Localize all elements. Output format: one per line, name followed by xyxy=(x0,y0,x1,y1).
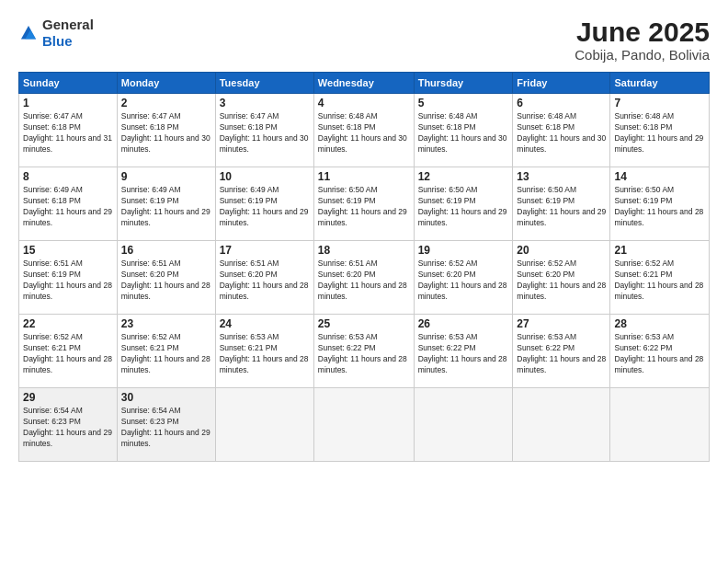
day-info: Sunrise: 6:48 AM Sunset: 6:18 PM Dayligh… xyxy=(614,111,705,155)
table-row: 2 Sunrise: 6:47 AM Sunset: 6:18 PM Dayli… xyxy=(117,94,215,167)
day-info: Sunrise: 6:50 AM Sunset: 6:19 PM Dayligh… xyxy=(318,185,410,229)
day-number: 12 xyxy=(418,170,509,183)
table-row: 4 Sunrise: 6:48 AM Sunset: 6:18 PM Dayli… xyxy=(313,94,414,167)
day-info: Sunrise: 6:50 AM Sunset: 6:19 PM Dayligh… xyxy=(418,185,509,229)
day-info: Sunrise: 6:48 AM Sunset: 6:18 PM Dayligh… xyxy=(418,111,509,155)
logo-icon xyxy=(18,23,39,43)
table-row: 9 Sunrise: 6:49 AM Sunset: 6:19 PM Dayli… xyxy=(117,167,215,241)
table-row: 28 Sunrise: 6:53 AM Sunset: 6:22 PM Dayl… xyxy=(610,315,710,388)
table-row: 7 Sunrise: 6:48 AM Sunset: 6:18 PM Dayli… xyxy=(610,94,710,167)
day-info: Sunrise: 6:49 AM Sunset: 6:19 PM Dayligh… xyxy=(121,185,211,229)
table-row xyxy=(215,388,313,462)
day-info: Sunrise: 6:54 AM Sunset: 6:23 PM Dayligh… xyxy=(121,406,211,450)
logo-general: General xyxy=(42,17,94,32)
table-row: 11 Sunrise: 6:50 AM Sunset: 6:19 PM Dayl… xyxy=(313,167,414,241)
table-row: 21 Sunrise: 6:52 AM Sunset: 6:21 PM Dayl… xyxy=(610,241,710,315)
day-info: Sunrise: 6:53 AM Sunset: 6:22 PM Dayligh… xyxy=(517,332,606,376)
table-row: 3 Sunrise: 6:47 AM Sunset: 6:18 PM Dayli… xyxy=(215,94,313,167)
day-number: 29 xyxy=(23,391,113,404)
day-number: 11 xyxy=(318,170,410,183)
table-row: 15 Sunrise: 6:51 AM Sunset: 6:19 PM Dayl… xyxy=(19,241,118,315)
page-title: June 2025 xyxy=(574,17,710,47)
calendar-table: Sunday Monday Tuesday Wednesday Thursday… xyxy=(18,72,710,462)
table-row: 25 Sunrise: 6:53 AM Sunset: 6:22 PM Dayl… xyxy=(313,315,414,388)
table-row: 6 Sunrise: 6:48 AM Sunset: 6:18 PM Dayli… xyxy=(513,94,610,167)
table-row: 27 Sunrise: 6:53 AM Sunset: 6:22 PM Dayl… xyxy=(513,315,610,388)
table-row: 20 Sunrise: 6:52 AM Sunset: 6:20 PM Dayl… xyxy=(513,241,610,315)
table-row xyxy=(610,388,710,462)
logo-blue: Blue xyxy=(42,33,73,49)
calendar-week-row: 8 Sunrise: 6:49 AM Sunset: 6:18 PM Dayli… xyxy=(19,167,710,241)
day-number: 23 xyxy=(121,317,211,330)
table-row: 12 Sunrise: 6:50 AM Sunset: 6:19 PM Dayl… xyxy=(414,167,513,241)
day-info: Sunrise: 6:51 AM Sunset: 6:20 PM Dayligh… xyxy=(121,259,211,303)
day-info: Sunrise: 6:47 AM Sunset: 6:18 PM Dayligh… xyxy=(121,111,211,155)
day-info: Sunrise: 6:50 AM Sunset: 6:19 PM Dayligh… xyxy=(517,185,606,229)
table-row: 23 Sunrise: 6:52 AM Sunset: 6:21 PM Dayl… xyxy=(117,315,215,388)
table-row xyxy=(513,388,610,462)
day-info: Sunrise: 6:48 AM Sunset: 6:18 PM Dayligh… xyxy=(318,111,410,155)
page-header: General Blue June 2025 Cobija, Pando, Bo… xyxy=(18,17,710,63)
logo: General Blue xyxy=(18,17,94,49)
table-row: 5 Sunrise: 6:48 AM Sunset: 6:18 PM Dayli… xyxy=(414,94,513,167)
day-number: 10 xyxy=(220,170,310,183)
day-number: 15 xyxy=(23,244,113,257)
day-info: Sunrise: 6:49 AM Sunset: 6:19 PM Dayligh… xyxy=(220,185,310,229)
day-number: 25 xyxy=(318,317,410,330)
day-info: Sunrise: 6:49 AM Sunset: 6:18 PM Dayligh… xyxy=(23,185,113,229)
table-row: 13 Sunrise: 6:50 AM Sunset: 6:19 PM Dayl… xyxy=(513,167,610,241)
day-number: 6 xyxy=(517,97,606,109)
title-block: June 2025 Cobija, Pando, Bolivia xyxy=(574,17,710,63)
table-row: 22 Sunrise: 6:52 AM Sunset: 6:21 PM Dayl… xyxy=(19,315,118,388)
day-info: Sunrise: 6:50 AM Sunset: 6:19 PM Dayligh… xyxy=(614,185,705,229)
col-thursday: Thursday xyxy=(414,73,513,94)
day-info: Sunrise: 6:47 AM Sunset: 6:18 PM Dayligh… xyxy=(220,111,310,155)
day-number: 7 xyxy=(614,97,705,109)
day-number: 20 xyxy=(517,244,606,257)
table-row: 18 Sunrise: 6:51 AM Sunset: 6:20 PM Dayl… xyxy=(313,241,414,315)
day-number: 14 xyxy=(614,170,705,183)
day-info: Sunrise: 6:53 AM Sunset: 6:21 PM Dayligh… xyxy=(220,332,310,376)
day-number: 21 xyxy=(614,244,705,257)
col-wednesday: Wednesday xyxy=(313,73,414,94)
day-info: Sunrise: 6:52 AM Sunset: 6:21 PM Dayligh… xyxy=(121,332,211,376)
day-number: 1 xyxy=(23,97,113,109)
day-info: Sunrise: 6:53 AM Sunset: 6:22 PM Dayligh… xyxy=(614,332,705,376)
day-info: Sunrise: 6:51 AM Sunset: 6:19 PM Dayligh… xyxy=(23,259,113,303)
calendar-week-row: 29 Sunrise: 6:54 AM Sunset: 6:23 PM Dayl… xyxy=(19,388,710,462)
day-number: 22 xyxy=(23,317,113,330)
day-number: 26 xyxy=(418,317,509,330)
logo-text: General Blue xyxy=(42,17,94,49)
day-number: 19 xyxy=(418,244,509,257)
table-row: 14 Sunrise: 6:50 AM Sunset: 6:19 PM Dayl… xyxy=(610,167,710,241)
col-sunday: Sunday xyxy=(19,73,118,94)
day-info: Sunrise: 6:54 AM Sunset: 6:23 PM Dayligh… xyxy=(23,406,113,450)
day-number: 2 xyxy=(121,97,211,109)
col-friday: Friday xyxy=(513,73,610,94)
day-info: Sunrise: 6:52 AM Sunset: 6:21 PM Dayligh… xyxy=(23,332,113,376)
calendar-week-row: 15 Sunrise: 6:51 AM Sunset: 6:19 PM Dayl… xyxy=(19,241,710,315)
day-info: Sunrise: 6:53 AM Sunset: 6:22 PM Dayligh… xyxy=(318,332,410,376)
day-info: Sunrise: 6:52 AM Sunset: 6:20 PM Dayligh… xyxy=(517,259,606,303)
table-row: 19 Sunrise: 6:52 AM Sunset: 6:20 PM Dayl… xyxy=(414,241,513,315)
day-info: Sunrise: 6:51 AM Sunset: 6:20 PM Dayligh… xyxy=(220,259,310,303)
table-row: 16 Sunrise: 6:51 AM Sunset: 6:20 PM Dayl… xyxy=(117,241,215,315)
day-number: 24 xyxy=(220,317,310,330)
day-number: 16 xyxy=(121,244,211,257)
col-monday: Monday xyxy=(117,73,215,94)
day-info: Sunrise: 6:52 AM Sunset: 6:20 PM Dayligh… xyxy=(418,259,509,303)
table-row: 26 Sunrise: 6:53 AM Sunset: 6:22 PM Dayl… xyxy=(414,315,513,388)
day-number: 13 xyxy=(517,170,606,183)
table-row: 29 Sunrise: 6:54 AM Sunset: 6:23 PM Dayl… xyxy=(19,388,118,462)
col-saturday: Saturday xyxy=(610,73,710,94)
day-number: 30 xyxy=(121,391,211,404)
day-number: 3 xyxy=(220,97,310,109)
page-subtitle: Cobija, Pando, Bolivia xyxy=(574,47,710,63)
col-tuesday: Tuesday xyxy=(215,73,313,94)
day-number: 17 xyxy=(220,244,310,257)
table-row: 1 Sunrise: 6:47 AM Sunset: 6:18 PM Dayli… xyxy=(19,94,118,167)
table-row: 10 Sunrise: 6:49 AM Sunset: 6:19 PM Dayl… xyxy=(215,167,313,241)
table-row: 17 Sunrise: 6:51 AM Sunset: 6:20 PM Dayl… xyxy=(215,241,313,315)
table-row: 24 Sunrise: 6:53 AM Sunset: 6:21 PM Dayl… xyxy=(215,315,313,388)
day-number: 18 xyxy=(318,244,410,257)
